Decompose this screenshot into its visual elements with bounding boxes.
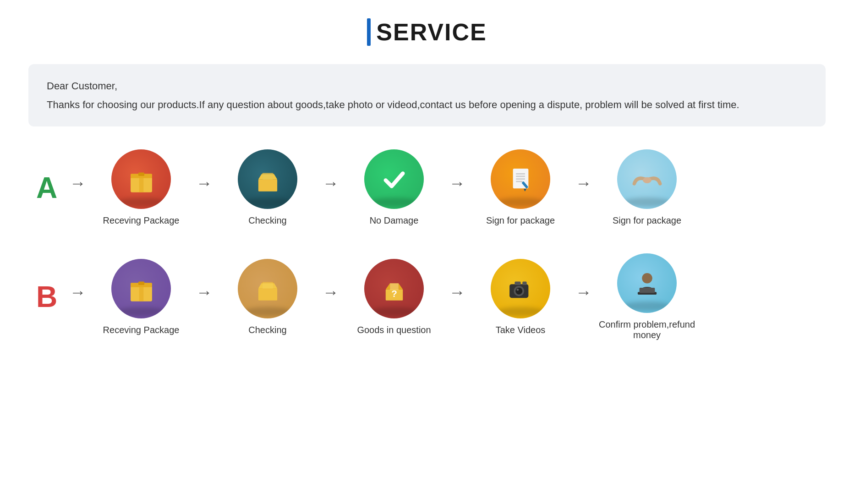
arrow-2a: → <box>192 174 217 193</box>
svg-marker-25 <box>258 284 277 289</box>
step-a1-icon <box>111 149 171 209</box>
svg-point-16 <box>643 177 651 183</box>
svg-marker-27 <box>385 284 389 290</box>
svg-rect-4 <box>258 179 277 191</box>
step-a3: No Damage <box>344 149 444 226</box>
flow-section: A → Receving Package → <box>28 149 826 340</box>
arrow-4a: → <box>444 174 470 193</box>
step-a3-label: No Damage <box>370 215 419 226</box>
step-b4-label: Take Videos <box>496 325 546 335</box>
step-a2-label: Checking <box>248 215 286 226</box>
step-a4: Sign for package <box>470 149 571 226</box>
step-a5: Sign for package <box>597 149 697 226</box>
row-a-label: A <box>28 171 65 205</box>
step-b5-icon <box>617 253 677 313</box>
svg-point-37 <box>642 273 652 284</box>
svg-rect-2 <box>139 174 143 192</box>
svg-rect-36 <box>515 282 520 285</box>
step-a1-label: Receving Package <box>103 215 180 226</box>
arrow-2b: → <box>192 283 217 302</box>
step-b2-label: Checking <box>248 325 286 335</box>
step-b5: Confirm problem,refund money <box>597 253 697 340</box>
arrow-5a: → <box>571 174 597 193</box>
svg-marker-28 <box>398 284 402 290</box>
arrow-4b: → <box>444 283 470 302</box>
step-a1: Receving Package <box>91 149 192 226</box>
step-b4-icon <box>491 259 550 318</box>
svg-rect-39 <box>639 288 655 293</box>
step-b1-label: Receving Package <box>103 325 180 335</box>
svg-rect-20 <box>138 282 144 285</box>
flow-row-a: A → Receving Package → <box>28 149 826 226</box>
notice-box: Dear Customer, Thanks for choosing our p… <box>28 64 826 126</box>
title-accent-bar <box>367 18 371 46</box>
notice-body: Thanks for choosing our products.If any … <box>47 97 807 113</box>
svg-rect-35 <box>522 282 526 285</box>
step-a4-label: Sign for package <box>486 215 555 226</box>
step-a3-icon <box>364 149 424 209</box>
svg-marker-15 <box>524 189 526 192</box>
svg-marker-8 <box>258 174 277 179</box>
step-a4-icon <box>491 149 550 209</box>
step-a2-icon <box>238 149 297 209</box>
row-b-label: B <box>28 280 65 314</box>
page-title: SERVICE <box>376 18 487 46</box>
step-b3-label: Goods in question <box>357 325 431 335</box>
svg-point-34 <box>516 289 519 291</box>
arrow-1a: → <box>65 174 91 193</box>
step-b3: ? Goods in question <box>344 259 444 335</box>
arrow-3a: → <box>318 174 344 193</box>
step-a5-label: Sign for package <box>613 215 681 226</box>
arrow-5b: → <box>571 283 597 302</box>
svg-rect-19 <box>139 283 143 301</box>
arrow-1b: → <box>65 283 91 302</box>
page-header: SERVICE <box>367 18 487 46</box>
svg-text:?: ? <box>391 289 397 299</box>
flow-row-b: B → Receving Package → <box>28 253 826 340</box>
svg-rect-21 <box>258 289 277 301</box>
step-b2: Checking <box>217 259 318 335</box>
step-b1-icon <box>111 259 171 318</box>
step-a2: Checking <box>217 149 318 226</box>
step-b5-label: Confirm problem,refund money <box>597 319 697 340</box>
step-b3-icon: ? <box>364 259 424 318</box>
step-b1: Receving Package <box>91 259 192 335</box>
svg-point-33 <box>515 288 522 295</box>
step-b4: Take Videos <box>470 259 571 335</box>
notice-greeting: Dear Customer, <box>47 78 807 94</box>
step-b2-icon <box>238 259 297 318</box>
step-a5-icon <box>617 149 677 209</box>
arrow-3b: → <box>318 283 344 302</box>
svg-rect-3 <box>138 172 144 176</box>
